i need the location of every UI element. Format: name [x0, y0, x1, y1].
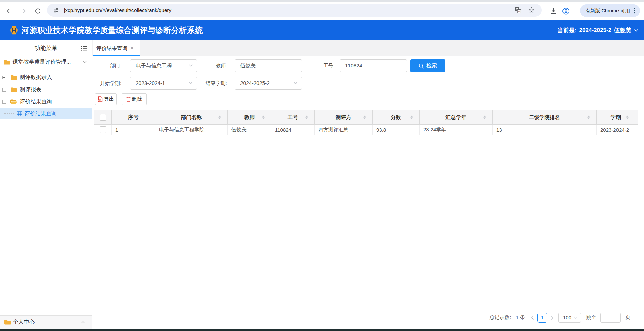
sidebar-item-eval-reports[interactable]: 测评报表 — [0, 84, 92, 96]
svg-text:G: G — [518, 10, 520, 13]
page-size-select[interactable]: 100 — [558, 313, 581, 323]
end-term-select[interactable]: 2024-2025-2 — [235, 77, 302, 90]
column-header-index[interactable]: 序号 — [112, 110, 155, 124]
search-label: 检索 — [426, 62, 437, 69]
tab-eval-result-query[interactable]: 评价结果查询 × — [93, 40, 140, 56]
end-term-label: 结束学期: — [202, 77, 227, 90]
sidebar-item-eval-data-entry[interactable]: 测评数据录入 — [0, 71, 92, 84]
browser-toolbar: jxcp.hypt.edu.cn/#/eval/result/collect/r… — [0, 2, 644, 20]
tree-guide-line — [4, 113, 15, 114]
current-page[interactable]: 1 — [537, 313, 547, 323]
prev-page-icon[interactable] — [531, 315, 534, 320]
cell-year: 23-24学年 — [420, 125, 493, 135]
sidebar-item-label: 个人中心 — [13, 319, 35, 326]
sort-icon[interactable] — [587, 116, 590, 119]
tree-guide-line — [4, 75, 4, 114]
sidebar-header: 功能菜单 — [0, 40, 92, 56]
cell-dept: 电子与信息工程学院 — [155, 125, 228, 135]
table-row[interactable]: 1 电子与信息工程学院 伍懿美 110824 四方测评汇总 93.8 23-24… — [94, 125, 638, 135]
translate-icon[interactable]: G — [514, 7, 521, 14]
expand-icon[interactable] — [2, 76, 6, 79]
page-size-value: 100 — [563, 315, 571, 320]
teacher-input[interactable]: 伍懿美 — [235, 59, 302, 72]
expand-icon[interactable] — [2, 88, 6, 92]
start-term-label: 开始学期: — [95, 77, 121, 90]
column-header-staffid[interactable]: 工号 — [271, 110, 315, 124]
column-header-teacher[interactable]: 教师 — [228, 110, 271, 124]
sort-icon[interactable] — [410, 116, 413, 119]
address-bar[interactable]: jxcp.hypt.edu.cn/#/eval/result/collect/r… — [47, 4, 542, 17]
export-button[interactable]: PDF 导出 — [95, 93, 117, 105]
staffid-label: 工号: — [310, 59, 335, 72]
site-settings-icon[interactable] — [53, 7, 59, 14]
collapse-icon[interactable] — [2, 100, 6, 104]
trash-icon — [126, 97, 131, 102]
jump-page-input[interactable] — [600, 313, 621, 323]
select-all-checkbox[interactable] — [100, 114, 106, 121]
column-header-year[interactable]: 汇总学年 — [420, 110, 493, 124]
tab-close-icon[interactable]: × — [130, 45, 134, 52]
column-header-score[interactable]: 分数 — [373, 110, 420, 124]
chevron-down-icon — [293, 81, 298, 84]
sort-icon[interactable] — [363, 116, 366, 119]
sidebar-item-course-eval-mgmt[interactable]: 课堂教学质量评价管理... — [0, 56, 92, 68]
chrome-update-button[interactable]: 有新版 Chrome 可用 — [580, 4, 640, 17]
delete-label: 删除 — [132, 96, 143, 103]
main-content: 评价结果查询 × 部门: 电子与信息工程... 教师: 伍懿美 工号: 1108… — [92, 40, 644, 329]
cell-teacher: 伍懿美 — [228, 125, 271, 135]
row-select-cell — [94, 125, 112, 135]
dept-value: 电子与信息工程... — [136, 62, 176, 69]
menu-dots-icon[interactable] — [634, 8, 635, 14]
chevron-down-icon[interactable] — [83, 61, 87, 63]
staffid-value: 110824 — [345, 63, 362, 69]
sidebar-item-eval-result-query[interactable]: 评价结果查询 — [0, 108, 92, 119]
url-text: jxcp.hypt.edu.cn/#/eval/result/collect/r… — [64, 7, 171, 13]
chevron-down-icon — [634, 29, 638, 32]
row-checkbox[interactable] — [100, 126, 106, 133]
sort-icon[interactable] — [262, 116, 265, 119]
frozen-column-divider — [112, 125, 112, 309]
sidebar-item-label: 评价结果查询 — [24, 110, 57, 117]
sidebar-item-personal-center[interactable]: 个人中心 — [0, 315, 92, 329]
session-prefix: 当前是: — [557, 26, 577, 34]
back-icon[interactable] — [6, 7, 13, 15]
page-unit-label: 页 — [625, 314, 630, 321]
results-table: 序号 部门名称 教师 工号 测评方 分数 汇总学年 二级学院排名 学期 1 电子… — [94, 110, 638, 309]
next-page-icon[interactable] — [551, 315, 554, 320]
download-icon[interactable] — [550, 7, 557, 15]
column-header-dept[interactable]: 部门名称 — [155, 110, 228, 124]
chevron-down-icon — [574, 317, 577, 319]
column-header-term[interactable]: 学期 — [597, 110, 635, 124]
header-spacer — [635, 110, 638, 124]
dept-select[interactable]: 电子与信息工程... — [130, 59, 197, 72]
chevron-up-icon[interactable] — [81, 321, 85, 324]
cell-staffid: 110824 — [271, 125, 315, 135]
total-label: 总记录数: — [489, 314, 511, 321]
sort-icon[interactable] — [483, 116, 486, 119]
refresh-icon[interactable] — [34, 7, 41, 15]
sort-icon[interactable] — [218, 116, 221, 119]
export-label: 导出 — [104, 96, 114, 103]
profile-icon[interactable] — [562, 7, 570, 15]
taskbar-edge — [0, 329, 644, 331]
folder-open-icon — [10, 99, 17, 105]
menu-list-icon[interactable] — [81, 46, 87, 51]
sidebar-item-label: 测评数据录入 — [20, 74, 52, 81]
sidebar-item-eval-result-query-folder[interactable]: 评价结果查询 — [0, 96, 92, 108]
search-button[interactable]: 检索 — [410, 59, 445, 72]
jump-label: 跳至 — [586, 314, 596, 321]
delete-button[interactable]: 删除 — [122, 93, 147, 105]
column-header-rank[interactable]: 二级学院排名 — [493, 110, 597, 124]
folder-icon — [10, 75, 17, 80]
sort-icon[interactable] — [626, 116, 629, 119]
table-icon — [17, 111, 22, 116]
staffid-input[interactable]: 110824 — [340, 59, 407, 72]
table-header-row: 序号 部门名称 教师 工号 测评方 分数 汇总学年 二级学院排名 学期 — [94, 110, 638, 125]
session-info[interactable]: 当前是: 2024-2025-2 伍懿美 — [557, 20, 638, 40]
bookmark-star-icon[interactable] — [528, 7, 535, 14]
sort-icon[interactable] — [305, 116, 308, 119]
filter-form: 部门: 电子与信息工程... 教师: 伍懿美 工号: 110824 检索 开始学… — [92, 56, 644, 93]
column-header-evaluator[interactable]: 测评方 — [315, 110, 373, 124]
start-term-select[interactable]: 2023-2024-1 — [130, 77, 197, 90]
forward-icon[interactable] — [20, 7, 27, 15]
